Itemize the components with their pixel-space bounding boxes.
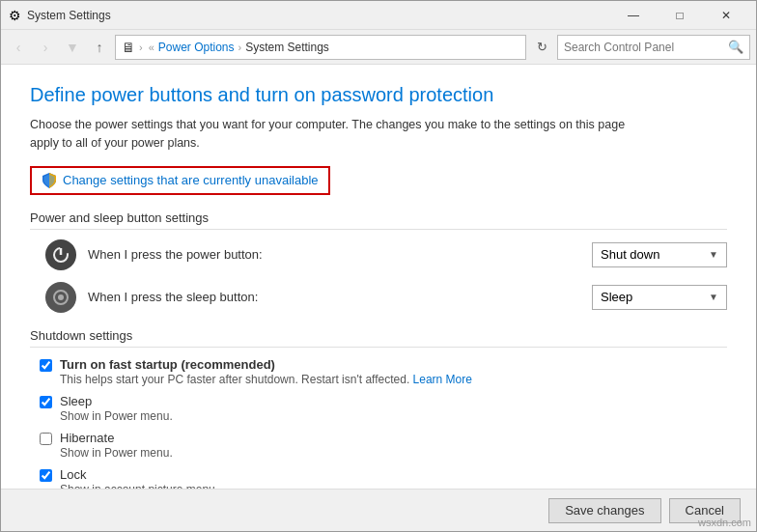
address-bar: ‹ › ▼ ↑ 🖥 › « Power Options › System Set… — [1, 30, 756, 65]
footer: Save changes Cancel — [1, 489, 756, 531]
hibernate-text: Hibernate Show in Power menu. — [60, 431, 173, 460]
page-description: Choose the power settings that you want … — [30, 116, 648, 153]
close-button[interactable]: ✕ — [704, 2, 748, 29]
recent-locations-button[interactable]: ▼ — [61, 36, 84, 59]
search-box[interactable]: 🔍 — [557, 35, 750, 60]
power-button-value: Shut down — [601, 247, 659, 262]
search-input[interactable] — [564, 41, 728, 54]
path-chevron-icon: « — [149, 42, 154, 53]
fast-startup-sub-text: This helps start your PC faster after sh… — [60, 373, 409, 386]
sleep-icon-svg — [52, 289, 70, 306]
sleep-shutdown-checkbox[interactable] — [40, 396, 52, 408]
change-settings-button[interactable]: Change settings that are currently unava… — [30, 166, 330, 195]
fast-startup-sub: This helps start your PC faster after sh… — [60, 373, 472, 386]
up-button[interactable]: ↑ — [88, 36, 111, 59]
power-button-icon — [45, 239, 76, 270]
title-bar-controls: — □ ✕ — [611, 2, 748, 29]
sleep-button-value: Sleep — [601, 290, 632, 304]
power-icon-svg — [52, 246, 70, 264]
lock-checkbox[interactable] — [40, 469, 52, 482]
sleep-shutdown-label: Sleep — [60, 394, 173, 408]
path-sep-2: › — [238, 42, 242, 53]
save-changes-button[interactable]: Save changes — [548, 498, 660, 523]
address-path[interactable]: 🖥 › « Power Options › System Settings — [115, 35, 526, 60]
path-sep-1: › — [139, 42, 143, 53]
sleep-button-dropdown-arrow: ▼ — [709, 292, 718, 302]
sleep-shutdown-sub: Show in Power menu. — [60, 409, 173, 423]
hibernate-sub: Show in Power menu. — [60, 446, 173, 460]
sleep-button-label: When I press the sleep button: — [88, 290, 580, 304]
window-title: System Settings — [27, 9, 111, 22]
sleep-button-icon — [45, 282, 76, 313]
fast-startup-row: Turn on fast startup (recommended) This … — [30, 357, 727, 386]
path-current: System Settings — [245, 41, 329, 54]
title-bar: ⚙ System Settings — □ ✕ — [1, 1, 756, 30]
page-body: Define power buttons and turn on passwor… — [1, 65, 756, 489]
shutdown-section-label: Shutdown settings — [30, 328, 727, 348]
minimize-button[interactable]: — — [611, 2, 656, 29]
lock-label: Lock — [60, 467, 218, 482]
shutdown-section: Shutdown settings Turn on fast startup (… — [30, 328, 727, 490]
shield-icon — [42, 173, 57, 188]
path-power-options[interactable]: Power Options — [158, 41, 235, 54]
sleep-button-row: When I press the sleep button: Sleep ▼ — [30, 282, 727, 313]
page-title: Define power buttons and turn on passwor… — [30, 84, 727, 106]
lock-row: Lock Show in account picture menu. — [30, 467, 727, 490]
sleep-shutdown-row: Sleep Show in Power menu. — [30, 394, 727, 423]
learn-more-link[interactable]: Learn More — [413, 373, 472, 386]
forward-button[interactable]: › — [34, 36, 57, 59]
path-home-icon: 🖥 — [122, 40, 135, 55]
hibernate-label: Hibernate — [60, 431, 173, 445]
window-icon: ⚙ — [9, 8, 21, 23]
change-settings-label: Change settings that are currently unava… — [63, 173, 319, 187]
search-icon: 🔍 — [728, 40, 743, 54]
hibernate-row: Hibernate Show in Power menu. — [30, 431, 727, 460]
maximize-button[interactable]: □ — [658, 2, 702, 29]
back-button[interactable]: ‹ — [7, 36, 30, 59]
sleep-button-dropdown[interactable]: Sleep ▼ — [592, 285, 727, 310]
hibernate-checkbox[interactable] — [40, 433, 52, 445]
power-button-dropdown-arrow: ▼ — [709, 249, 718, 260]
content-area: Define power buttons and turn on passwor… — [1, 65, 756, 531]
power-button-row: When I press the power button: Shut down… — [30, 239, 727, 270]
fast-startup-text: Turn on fast startup (recommended) This … — [60, 357, 472, 386]
title-bar-left: ⚙ System Settings — [9, 8, 111, 23]
lock-text: Lock Show in account picture menu. — [60, 467, 218, 490]
watermark: wsxdn.com — [698, 517, 751, 528]
svg-point-3 — [58, 294, 64, 300]
system-settings-window: ⚙ System Settings — □ ✕ ‹ › ▼ ↑ 🖥 › « Po… — [0, 0, 757, 532]
power-button-label: When I press the power button: — [88, 247, 580, 262]
fast-startup-label: Turn on fast startup (recommended) — [60, 357, 472, 372]
address-path-inner: 🖥 › « Power Options › System Settings — [122, 40, 329, 55]
power-button-dropdown[interactable]: Shut down ▼ — [592, 242, 727, 267]
refresh-button[interactable]: ↻ — [530, 36, 553, 59]
sleep-shutdown-text: Sleep Show in Power menu. — [60, 394, 173, 423]
fast-startup-checkbox[interactable] — [40, 359, 52, 372]
power-sleep-section-label: Power and sleep button settings — [30, 210, 727, 230]
